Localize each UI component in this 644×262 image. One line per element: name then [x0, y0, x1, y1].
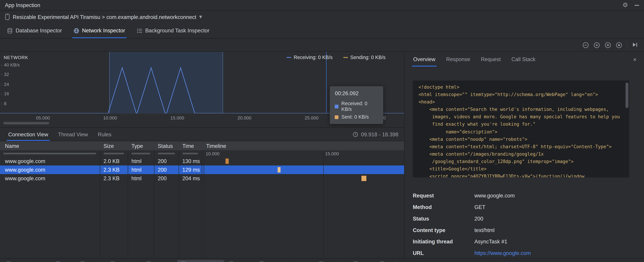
column-grip[interactable] — [104, 153, 124, 154]
toolwindow-button-app-inspection[interactable]: App Inspection — [177, 260, 224, 262]
process-selector[interactable]: Resizable Experimental API Tiramisu > co… — [0, 11, 644, 23]
column-header-status[interactable]: Status — [154, 143, 179, 149]
clock-icon — [353, 132, 358, 137]
detail-field-status: Status200 — [413, 213, 636, 224]
toolwindow-label: Build — [360, 261, 372, 262]
toolwindow-button-problems[interactable]: Problems — [106, 260, 142, 262]
tab-overview[interactable]: Overview — [408, 52, 441, 66]
field-value: www.google.com — [474, 192, 515, 198]
settings-gear-icon[interactable]: ⚙ — [622, 2, 628, 8]
timeline-event-tick — [226, 158, 229, 164]
tab-connection-view[interactable]: Connection View — [3, 128, 53, 141]
field-label: Content type — [413, 227, 474, 233]
tab-rules[interactable]: Rules — [93, 128, 116, 141]
toolwindow-label: Problems — [117, 261, 138, 262]
chart-title: NETWORK — [4, 55, 28, 60]
inspector-tab-bar: Database Inspector Network Inspector Bac… — [0, 23, 644, 39]
toolwindow-bar: Version ControlRunTODOProblemsTerminalAp… — [0, 258, 644, 262]
timeline-event-tick — [278, 167, 281, 172]
tab-database-inspector[interactable]: Database Inspector — [2, 23, 66, 38]
table-row-selected[interactable]: www.google.com 2.3 KB html 200 129 ms — [0, 166, 404, 174]
response-body-preview[interactable]: <!doctype html><html itemscope="" itemty… — [413, 80, 629, 177]
code-line: images, videos and more. Google has many… — [418, 114, 624, 121]
task-list-icon — [136, 28, 142, 34]
cell-time: 204 ms — [179, 175, 202, 182]
details-tab-bar: Overview Response Request Call Stack × — [404, 52, 644, 66]
toolwindow-icon — [110, 262, 115, 262]
table-row[interactable]: www.google.com 2.0 KB html 200 130 ms — [0, 157, 404, 166]
detail-field-content-type: Content typetext/html — [413, 224, 636, 236]
process-label: Resizable Experimental API Tiramisu > co… — [13, 14, 196, 20]
toolwindow-button-logcat[interactable]: Logcat — [225, 260, 255, 262]
minimize-icon[interactable] — [634, 5, 639, 6]
url-link[interactable]: https://www.google.com — [474, 250, 531, 256]
cell-status: 200 — [154, 158, 179, 164]
toolwindow-button-services[interactable]: Services — [315, 260, 349, 262]
cell-status: 200 — [154, 167, 179, 173]
reset-zoom-icon[interactable] — [604, 42, 611, 48]
column-header-time[interactable]: Time — [179, 143, 202, 149]
close-icon[interactable]: × — [629, 56, 641, 62]
code-line: <meta content="/images/branding/googleg/… — [418, 150, 624, 158]
toolwindow-button-version-control[interactable]: Version Control — [2, 260, 51, 262]
toolwindow-button-app-quality-insights[interactable]: App Quality Insights — [256, 260, 314, 262]
x-axis-label: 10.000 — [103, 115, 117, 120]
cell-size: 2.0 KB — [100, 158, 128, 164]
code-line: <script nonce="p4QZYBJIYBBwE13Dts-vXw">(… — [418, 173, 624, 177]
timeline-axis-label: 10.000 — [206, 151, 220, 156]
column-header-size[interactable]: Size — [100, 143, 128, 149]
zoom-in-icon[interactable] — [594, 42, 600, 48]
app-inspection-window: App Inspection ⚙ Resizable Experimental … — [0, 0, 644, 262]
tab-request[interactable]: Request — [476, 52, 506, 66]
tooltip-sent: Sent: 0 KB/s — [342, 114, 369, 120]
chart-scrollbar[interactable] — [3, 122, 49, 124]
cell-timeline — [202, 157, 404, 166]
cell-type: html — [128, 158, 154, 164]
sending-legend-label: Sending: 0 KB/s — [350, 54, 386, 60]
column-header-name[interactable]: Name — [0, 143, 100, 149]
page-title: App Inspection — [5, 2, 40, 8]
table-row[interactable]: www.google.com 2.3 KB html 200 204 ms — [0, 174, 404, 183]
receiving-legend-swatch — [287, 57, 291, 58]
tab-response[interactable]: Response — [441, 52, 476, 66]
toolwindow-icon — [259, 262, 264, 262]
zoom-to-selection-icon[interactable] — [616, 42, 622, 48]
code-scrollbar[interactable] — [626, 82, 628, 108]
tab-network-inspector[interactable]: Network Inspector — [69, 23, 130, 38]
column-grip[interactable] — [158, 153, 175, 154]
zoom-out-icon[interactable] — [582, 42, 589, 48]
cell-name: www.google.com — [0, 158, 100, 164]
toolwindow-button-todo[interactable]: TODO — [76, 260, 106, 262]
zoom-toolbar — [0, 38, 644, 52]
column-grip[interactable] — [132, 153, 150, 154]
toolwindow-label: Services — [326, 261, 345, 262]
toolwindow-label: Profiler — [387, 261, 403, 262]
network-chart[interactable]: NETWORK Receiving: 0 KB/s Sending: 0 KB/… — [0, 52, 404, 128]
column-header-type[interactable]: Type — [128, 143, 154, 149]
column-grip[interactable] — [3, 153, 96, 154]
tab-thread-view[interactable]: Thread View — [53, 128, 93, 141]
toolwindow-button-build[interactable]: Build — [350, 260, 375, 262]
overview-fields: Requestwww.google.comMethodGETStatus200C… — [413, 190, 636, 259]
toolwindow-button-run[interactable]: Run — [52, 260, 76, 262]
x-axis-label: 20.000 — [238, 115, 251, 120]
go-live-icon[interactable] — [632, 42, 638, 48]
code-line: <!doctype html> — [418, 84, 624, 91]
code-line: <meta content="Search the world's inform… — [418, 106, 624, 114]
receiving-legend-label: Receiving: 0 KB/s — [294, 54, 332, 60]
cell-size: 2.3 KB — [100, 167, 128, 173]
cell-status: 200 — [154, 175, 179, 182]
cell-timeline — [202, 174, 404, 183]
cell-timeline — [202, 166, 404, 174]
table-subheader: 10.00015.000 — [0, 150, 404, 157]
toolwindow-button-terminal[interactable]: Terminal — [142, 260, 176, 262]
toolwindow-button-profiler[interactable]: Profiler — [376, 260, 406, 262]
tab-background-task-inspector[interactable]: Background Task Inspector — [132, 23, 214, 38]
chevron-down-icon: ▼ — [199, 15, 202, 19]
field-value: GET — [474, 204, 486, 210]
column-grip[interactable] — [182, 153, 198, 154]
sending-legend-swatch — [343, 57, 348, 58]
tab-call-stack[interactable]: Call Stack — [506, 52, 541, 66]
column-header-timeline[interactable]: Timeline — [202, 143, 404, 149]
time-range-label: 09.918 - 18.398 — [361, 131, 398, 137]
